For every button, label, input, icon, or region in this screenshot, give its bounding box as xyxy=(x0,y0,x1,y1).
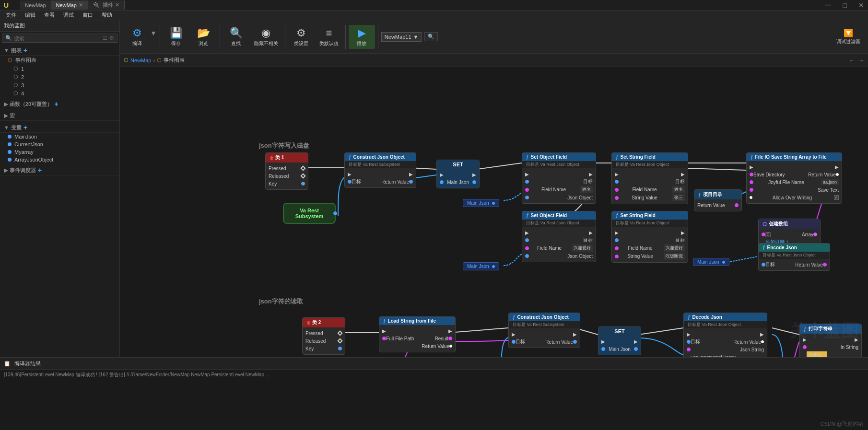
build-array-out-pin[interactable] xyxy=(813,232,817,236)
filter-icon[interactable]: ☰ xyxy=(103,35,107,41)
encode-json-return-pin[interactable] xyxy=(823,263,827,267)
compile-button[interactable]: ⚙ 编译 xyxy=(124,25,150,49)
mainjson-pin3[interactable] xyxy=(722,261,725,264)
class-defaults-button[interactable]: ≡ 类默认值 xyxy=(316,25,342,49)
node-set-object-field1[interactable]: ƒ Set Object Field 目标是 Va Rest Json Obje… xyxy=(522,152,596,204)
blueprint-canvas[interactable]: json字符写入磁盘 json字符的读取 xyxy=(120,67,868,357)
ssf1-fieldname-pin[interactable] xyxy=(615,188,619,192)
node-set2[interactable]: SET ▶ ▶ Main Json xyxy=(598,326,641,355)
debug-filter-button[interactable]: 🔽 调试过滤器 xyxy=(833,26,864,47)
va-rest1-pin[interactable] xyxy=(333,211,337,215)
functions-expand-icon[interactable]: ▶ xyxy=(4,101,8,107)
ssf1-stringvalue-pin[interactable] xyxy=(615,196,619,200)
sof2-jsonobject-pin[interactable] xyxy=(525,254,529,258)
event-dispatchers-expand-icon[interactable]: ▶ xyxy=(4,167,8,174)
nav-forward-icon[interactable]: → xyxy=(859,58,864,63)
menu-debug[interactable]: 调试 xyxy=(59,11,78,19)
file-io-overwrite-pin[interactable] xyxy=(750,196,752,199)
maximize-icon[interactable]: □ xyxy=(843,1,847,9)
set2-in-pin[interactable] xyxy=(601,347,605,351)
mainjson-var-node2[interactable]: Main Json xyxy=(463,262,499,270)
sidebar-var-currentjson[interactable]: CurrentJson xyxy=(0,140,119,148)
event1-key-pin[interactable] xyxy=(301,182,305,186)
close-tab2-icon[interactable]: ✕ xyxy=(115,2,119,8)
project-dir1-return-pin[interactable] xyxy=(735,203,739,207)
file-io-savedir-pin[interactable] xyxy=(750,173,753,176)
sidebar-event-graph[interactable]: ⬡ 事件图表 xyxy=(0,56,119,65)
node-set-string-field2[interactable]: ƒ Set String Field 目标是 Va Rest Json Obje… xyxy=(611,211,688,263)
search-bar[interactable]: 🔍 ☰ ⚙ xyxy=(2,34,117,43)
variables-expand-icon[interactable]: ▼ xyxy=(4,125,9,130)
macros-expand-icon[interactable]: ▶ xyxy=(4,113,8,119)
sof1-fieldname-pin[interactable] xyxy=(525,188,529,192)
node-print-string[interactable]: ƒ 打印字符串 ▶ ▶ In String 仅开发... xyxy=(799,324,862,357)
ssf2-target-pin[interactable] xyxy=(615,238,619,242)
dj-return-pin[interactable] xyxy=(761,340,764,343)
find-button[interactable]: 🔍 查找 xyxy=(223,25,249,49)
minimize-icon[interactable]: ─ xyxy=(825,0,832,10)
node-event2[interactable]: ※ 类 2 Pressed Released Key xyxy=(302,317,345,355)
sof1-jsonobject-pin[interactable] xyxy=(525,196,529,199)
event2-key-pin[interactable] xyxy=(338,347,342,350)
close-tab-icon[interactable]: ✕ xyxy=(79,2,83,8)
ssf2-fieldname-pin[interactable] xyxy=(615,246,619,250)
node-construct-json2[interactable]: ƒ Construct Json Object 目标是 Va Rest Subs… xyxy=(508,313,580,348)
breadcrumb-map[interactable]: NewMap xyxy=(130,58,151,63)
dj-target-pin[interactable] xyxy=(687,340,691,344)
tab-newmap1[interactable]: NewMap xyxy=(20,0,51,10)
node-set1[interactable]: SET ▶ ▶ Main Json xyxy=(436,160,480,188)
compile-dropdown-icon[interactable]: ▼ xyxy=(150,29,157,37)
file-io-savetext-pin[interactable] xyxy=(750,188,753,192)
sidebar-var-arrayjsonobject[interactable]: ArrayJsonObject xyxy=(0,156,119,163)
event1-pressed-pin[interactable] xyxy=(300,165,305,171)
set1-out-pin[interactable] xyxy=(472,180,476,184)
dj-jsonstring-pin[interactable] xyxy=(687,348,691,351)
mainjson-var-node1[interactable]: Main Json xyxy=(463,199,499,207)
node-project-dir1[interactable]: ƒ 项目目录 Return Value xyxy=(694,189,742,211)
toolbar-search-button[interactable]: 🔍 xyxy=(424,32,438,41)
ssf1-target-pin[interactable] xyxy=(615,180,619,184)
encode-json-target-pin[interactable] xyxy=(762,263,765,267)
graphs-expand-icon[interactable]: ▼ xyxy=(4,47,9,53)
construct-json1-target-pin[interactable] xyxy=(348,180,352,184)
play-button[interactable]: ▶ 播放 xyxy=(349,25,375,49)
sidebar-var-mainjson[interactable]: MainJson xyxy=(0,133,119,140)
set1-in-pin[interactable] xyxy=(440,180,444,184)
close-icon[interactable]: ✕ xyxy=(858,1,864,9)
sidebar-item-1[interactable]: ⬡ 1 xyxy=(0,65,119,73)
node-set-string-field1[interactable]: ƒ Set String Field 目标是 Va Rest Json Obje… xyxy=(611,152,688,204)
load-string-result-pin[interactable] xyxy=(448,337,452,340)
add-variable-button[interactable]: + xyxy=(23,124,27,131)
sidebar-item-3[interactable]: ⬡ 3 xyxy=(0,81,119,89)
event1-released-pin[interactable] xyxy=(300,173,305,178)
node-encode-json[interactable]: ƒ Encode Json 目标是 Va Rest Json Object 目标… xyxy=(758,243,830,271)
mainjson-pin1[interactable] xyxy=(492,202,495,205)
va-rest-subsystem1[interactable]: Va Rest Subsystem xyxy=(283,203,336,224)
build-array-0-pin[interactable] xyxy=(762,232,765,236)
node-event1[interactable]: ※ 类 1 Pressed Released Key xyxy=(265,152,308,190)
search-input[interactable] xyxy=(14,35,101,41)
event2-released-pin[interactable] xyxy=(337,338,342,343)
menu-file[interactable]: 文件 xyxy=(2,11,20,19)
add-function-button[interactable]: + xyxy=(54,100,58,108)
save-button[interactable]: 💾 保存 xyxy=(163,25,189,49)
hide-unrelated-button[interactable]: ◉ 隐藏不相关 xyxy=(250,25,282,49)
ssf2-stringvalue-pin[interactable] xyxy=(615,255,619,258)
mainjson-var-node3[interactable]: Main Json xyxy=(693,258,729,266)
node-construct-json1[interactable]: ƒ Construct Json Object 目标是 Va Rest Subs… xyxy=(344,152,416,188)
cj2-target-pin[interactable] xyxy=(512,340,516,344)
set2-out-pin[interactable] xyxy=(634,347,638,351)
browse-button[interactable]: 📂 浏览 xyxy=(190,25,217,49)
print-instring-pin[interactable] xyxy=(803,345,807,349)
load-string-return-pin[interactable] xyxy=(449,345,452,348)
event2-pressed-pin[interactable] xyxy=(337,330,342,336)
node-set-object-field2[interactable]: ƒ Set Object Field 目标是 Va Rest Json Obje… xyxy=(522,211,596,262)
sof1-target-pin[interactable] xyxy=(525,180,529,184)
add-graph-button[interactable]: + xyxy=(23,46,27,54)
file-io-return-pin[interactable] xyxy=(836,173,839,176)
menu-edit[interactable]: 编辑 xyxy=(21,11,39,19)
sidebar-item-4[interactable]: ⬡ 4 xyxy=(0,89,119,97)
cj2-return-pin[interactable] xyxy=(573,340,577,344)
tab-plugins[interactable]: 🔌 插件 ✕ xyxy=(88,0,125,10)
menu-window[interactable]: 窗口 xyxy=(79,11,97,19)
